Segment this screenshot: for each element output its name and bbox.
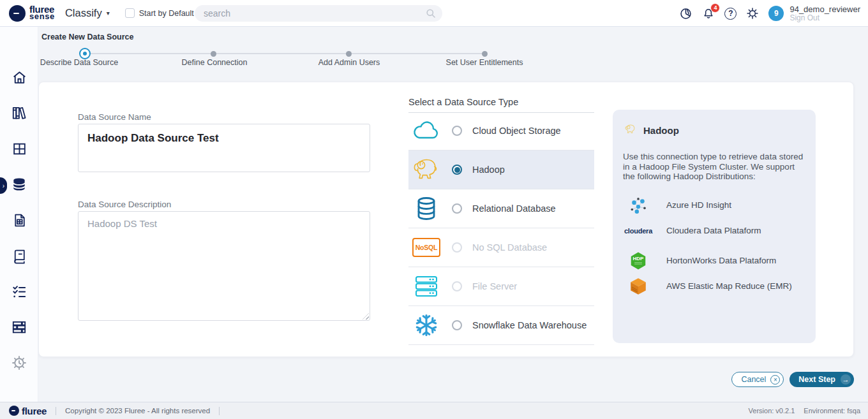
cloudera-wordmark: cloudera <box>624 227 652 235</box>
type-option-snowflake[interactable]: Snowflake Data Warehouse <box>408 306 594 345</box>
top-bar: fluree sense Classify ▾ Start by Default… <box>0 0 868 27</box>
settings-gear-icon[interactable] <box>746 7 759 20</box>
panel-description: Use this connection type to retrieve dat… <box>623 152 808 182</box>
type-option-label: Hadoop <box>472 165 505 175</box>
fluree-sense-logo[interactable]: fluree sense <box>9 5 55 22</box>
hdp-badge-text: HDP <box>633 256 645 261</box>
footer-brand-text: fluree <box>22 406 47 416</box>
hadoop-mini-elephant-icon <box>624 124 637 137</box>
step-3-indicator[interactable] <box>346 51 352 57</box>
avatar[interactable]: 9 <box>768 6 784 21</box>
table-grid-icon <box>11 141 27 159</box>
sidebar-item-tasks[interactable] <box>0 280 38 305</box>
brand-line2: sense <box>29 13 55 20</box>
next-step-button[interactable]: Next Step → <box>789 372 854 387</box>
radio-snowflake[interactable] <box>452 320 462 330</box>
distribution-label: AWS Elastic Map Reduce (EMR) <box>666 281 807 291</box>
search-bar <box>195 5 442 22</box>
sign-out-link[interactable]: Sign Out <box>789 14 860 22</box>
search-icon <box>426 8 436 18</box>
description-field-label: Data Source Description <box>78 200 171 209</box>
type-option-hadoop[interactable]: Hadoop <box>408 151 594 189</box>
step-1-label: Describe Data Source <box>40 58 118 67</box>
search-input[interactable] <box>195 8 426 18</box>
hdp-icon: HDP <box>625 251 651 270</box>
page-title: Create New Data Source <box>41 33 134 41</box>
type-option-label: Snowflake Data Warehouse <box>472 320 587 330</box>
stepper-line <box>85 53 485 54</box>
nosql-icon-text: NoSQL <box>412 238 441 257</box>
distribution-aws-emr: AWS Elastic Map Reduce (EMR) <box>625 277 807 296</box>
hadoop-elephant-icon <box>408 157 444 182</box>
analytics-pie-icon[interactable] <box>679 7 692 20</box>
start-by-default-checkbox[interactable] <box>125 8 135 18</box>
type-option-label: Cloud Object Storage <box>472 126 561 136</box>
footer-divider <box>56 407 56 415</box>
distribution-hortonworks: HDP HortonWorks Data Plataform <box>625 251 807 270</box>
relational-database-icon <box>408 196 444 221</box>
chevron-right-icon: › <box>3 182 4 189</box>
panel-title: Hadoop <box>643 125 679 136</box>
hadoop-info-panel: Hadoop Use this connection type to retri… <box>613 110 816 343</box>
step-2-indicator[interactable] <box>211 51 216 57</box>
radio-relational-database[interactable] <box>452 203 462 214</box>
step-4-label: Set User Entitlements <box>446 58 523 67</box>
type-option-relational-database[interactable]: Relational Database <box>408 189 594 228</box>
aws-emr-icon <box>625 277 651 296</box>
type-option-label: No SQL Database <box>472 242 547 253</box>
start-by-default-label: Start by Default <box>139 9 194 18</box>
help-icon[interactable]: ? <box>724 8 737 20</box>
left-sidebar <box>0 27 38 402</box>
radio-file-server <box>452 281 462 291</box>
footer-fluree-logo-icon <box>9 406 19 416</box>
distribution-label: Cloudera Data Plataform <box>666 226 807 236</box>
radio-hadoop[interactable] <box>452 165 462 175</box>
step-3-label: Add Admin Users <box>318 58 380 67</box>
cancel-button[interactable]: Cancel × <box>731 372 784 387</box>
notifications-bell-icon[interactable]: 4 <box>702 7 715 20</box>
data-source-description-textarea[interactable]: Hadoop DS Test <box>78 211 370 321</box>
distribution-label: Azure HD Insight <box>666 200 807 210</box>
sidebar-item-catalog[interactable] <box>0 244 38 270</box>
type-option-file-server: File Server <box>408 267 594 306</box>
chevron-down-icon: ▾ <box>107 10 110 17</box>
distribution-azure-hdinsight: Azure HD Insight <box>625 196 807 214</box>
footer-fluree-logo: fluree <box>9 406 47 416</box>
copyright-text: Copyright © 2023 Fluree - All rights res… <box>65 407 210 415</box>
type-option-cloud-object-storage[interactable]: Cloud Object Storage <box>408 112 594 151</box>
azure-hdinsight-icon <box>625 196 651 214</box>
sidebar-item-tables[interactable] <box>0 137 38 163</box>
home-icon <box>11 70 27 88</box>
snowflake-icon <box>408 313 444 337</box>
notification-badge: 4 <box>710 3 720 13</box>
fluree-logo-icon <box>9 5 26 22</box>
file-server-icon <box>408 274 444 298</box>
sidebar-item-settings-history[interactable] <box>0 351 38 377</box>
close-icon: × <box>770 375 780 385</box>
bricks-icon <box>11 319 27 338</box>
radio-cloud-object-storage[interactable] <box>452 126 462 136</box>
name-field-label: Data Source Name <box>78 112 151 122</box>
classify-dropdown[interactable]: Classify ▾ <box>65 7 110 19</box>
library-icon <box>11 105 27 124</box>
step-2-label: Define Connection <box>182 58 248 67</box>
sidebar-item-reports[interactable] <box>0 209 38 234</box>
gear-clock-icon <box>11 355 27 374</box>
start-by-default-control: Start by Default <box>125 8 194 18</box>
step-4-indicator[interactable] <box>482 51 488 57</box>
header-actions: 4 ? 9 94_demo_reviewer Sign Out <box>679 0 860 27</box>
sidebar-item-layers[interactable] <box>0 316 38 341</box>
sidebar-item-library[interactable] <box>0 101 38 127</box>
cloudera-icon: cloudera <box>625 227 651 235</box>
checklist-icon <box>11 283 27 302</box>
cloud-icon <box>408 120 444 142</box>
data-source-name-input[interactable]: Hadoop Data Source Test <box>78 124 370 172</box>
sidebar-item-home[interactable] <box>0 66 38 91</box>
footer-meta: Version: v0.2.1 Environment: fsqa <box>749 407 860 415</box>
action-buttons: Cancel × Next Step → <box>731 372 854 387</box>
type-option-label: File Server <box>472 281 517 291</box>
cancel-label: Cancel <box>741 375 766 384</box>
type-option-label: Relational Database <box>472 203 556 214</box>
type-option-nosql-database: NoSQL No SQL Database <box>408 228 594 267</box>
version-text: Version: v0.2.1 <box>749 407 795 415</box>
